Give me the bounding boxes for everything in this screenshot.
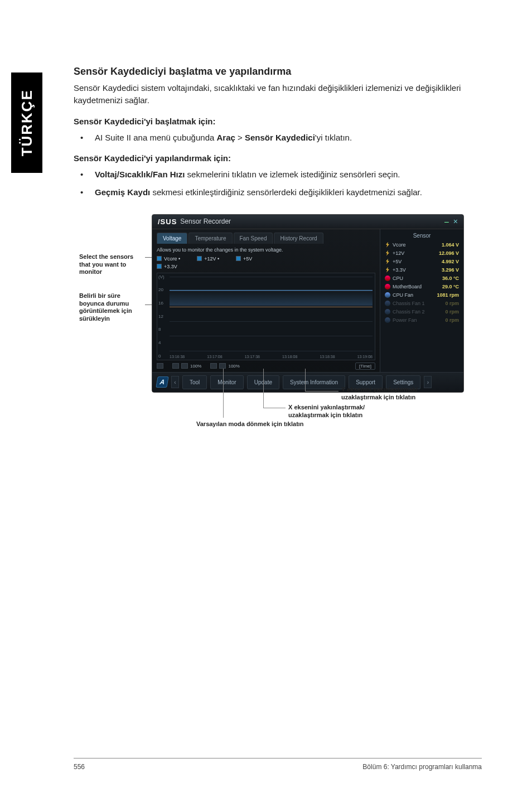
checkbox-label: +3.3V: [164, 264, 177, 269]
y-zoom-group: 100%: [210, 363, 239, 369]
callout-line: [263, 408, 286, 408]
sensor-row: MotherBoard29.0 °C: [385, 284, 459, 289]
zoom-bar: 100% 100% [Time]: [157, 363, 375, 370]
ylabel: 8: [158, 327, 168, 332]
time-axis-label: [Time]: [355, 363, 375, 370]
xlabel: 13:17:38: [245, 355, 260, 359]
fan-icon: [385, 309, 390, 315]
toolbar-sysinfo-button[interactable]: System Information: [283, 375, 345, 389]
sensor-recorder-window: /SUS Sensor Recorder – × Voltage Tempera…: [152, 214, 464, 393]
toolbar-prev-button[interactable]: ‹: [171, 376, 179, 388]
launch-bullets: AI Suite II ana menü çubuğunda Araç > Se…: [74, 132, 482, 144]
window-controls: – ×: [444, 217, 458, 226]
sensor-name: MotherBoard: [393, 284, 422, 289]
checkbox-icon: [157, 256, 162, 261]
window-title-left: /SUS Sensor Recorder: [158, 218, 231, 226]
text: AI Suite II ana menü çubuğunda: [95, 133, 217, 142]
chart-grid: [170, 277, 373, 351]
sensor-value: 0 rpm: [445, 301, 459, 306]
brand-logo: /SUS: [158, 218, 177, 226]
close-button[interactable]: ×: [453, 217, 458, 226]
chart-series-12v: [170, 290, 373, 306]
text: sekmelerini tıklatın ve izlemek istediği…: [185, 170, 400, 179]
chart-series-5v: [170, 307, 373, 307]
sensor-row: Chassis Fan 10 rpm: [385, 301, 459, 306]
sensor-value: 0 rpm: [445, 309, 459, 315]
sensor-value: 12.096 V: [439, 250, 459, 256]
config-heading: Sensör Kaydedici'yi yapılandırmak için:: [74, 153, 482, 163]
check-3v3[interactable]: +3.3V: [157, 264, 177, 269]
x-zoom-out-button[interactable]: [172, 363, 179, 369]
xlabel: 13:18:08: [282, 355, 297, 359]
sensor-row: +5V4.992 V: [385, 259, 459, 264]
toolbar-tool-button[interactable]: Tool: [182, 375, 207, 389]
callout-y-zoom: Y eksenini yakınlaştırmak/ uzaklaştırmak…: [341, 386, 458, 402]
temp-icon: [385, 284, 390, 289]
fan-icon: [385, 301, 390, 306]
xlabel: 13:17:08: [207, 355, 222, 359]
page-content: Sensör Kaydediciyi başlatma ve yapılandı…: [74, 66, 482, 460]
tab-bar: Voltage Temperature Fan Speed History Re…: [157, 233, 375, 244]
y-zoom-in-button[interactable]: [219, 363, 226, 369]
checkbox-icon: [236, 256, 241, 261]
sensor-name: Vcore: [393, 242, 406, 248]
sensor-check-row: Vcore • +12V • +5V: [157, 256, 375, 262]
sensor-row: Power Fan0 rpm: [385, 317, 459, 323]
menu-path-item: Sensör Kaydedici: [245, 133, 315, 142]
config-bullets: Voltaj/Sıcaklık/Fan Hızı sekmelerini tık…: [74, 168, 482, 199]
y-zoom-out-button[interactable]: [210, 363, 217, 369]
language-side-tab: TÜRKÇE: [11, 73, 42, 173]
language-side-tab-label: TÜRKÇE: [18, 89, 36, 156]
sensor-list-pane: Sensor Vcore1.064 V+12V12.096 V+5V4.992 …: [380, 229, 463, 372]
check-vcore[interactable]: Vcore •: [157, 256, 180, 262]
callout-select-sensors: Select the sensors that you want to moni…: [79, 253, 146, 276]
text-bold: Voltaj/Sıcaklık/Fan Hızı: [95, 170, 185, 179]
section-intro: Sensör Kaydedici sistem voltajındaki, sı…: [74, 82, 482, 107]
sensor-name: Power Fan: [393, 317, 417, 323]
text: sekmesi etkinleştirdiğiniz sensörlerdeki…: [150, 187, 422, 197]
callout-drag: Belirli bir süre boyunca durumu görüntül…: [79, 292, 146, 323]
tab-fan-speed[interactable]: Fan Speed: [234, 233, 273, 244]
tab-description: Allows you to monitor the changes in the…: [157, 247, 375, 253]
window-titlebar: /SUS Sensor Recorder – ×: [152, 215, 463, 229]
voltage-chart[interactable]: (V) 20 16 12 8 4 0: [157, 273, 375, 360]
window-title-text: Sensor Recorder: [180, 218, 231, 225]
callout-line: [223, 369, 224, 418]
sensor-value: 0 rpm: [445, 317, 459, 323]
temp-icon: [385, 276, 390, 281]
text: 'yi tıklatın.: [315, 133, 352, 142]
tab-temperature[interactable]: Temperature: [188, 233, 232, 244]
sensor-value: 36.0 °C: [442, 276, 459, 281]
sensor-check-row-2: +3.3V: [157, 264, 375, 269]
ylabel: 4: [158, 340, 168, 345]
sensor-name: +12V: [393, 250, 404, 256]
check-12v[interactable]: +12V •: [197, 256, 219, 262]
sensor-list-header: Sensor: [385, 233, 459, 239]
tab-voltage[interactable]: Voltage: [157, 233, 187, 244]
sensor-row: +12V12.096 V: [385, 250, 459, 256]
window-body: Voltage Temperature Fan Speed History Re…: [152, 229, 463, 372]
bolt-icon: [385, 250, 390, 256]
launch-heading: Sensör Kaydedici'yi başlatmak için:: [74, 117, 482, 126]
check-5v[interactable]: +5V: [236, 256, 252, 262]
toolbar-monitor-button[interactable]: Monitor: [210, 375, 243, 389]
screenshot-figure: Select the sensors that you want to moni…: [79, 214, 481, 460]
sensor-value: 3.296 V: [442, 267, 459, 273]
ai-suite-logo-icon[interactable]: A: [156, 376, 169, 388]
config-bullet-1: Voltaj/Sıcaklık/Fan Hızı sekmelerini tık…: [74, 168, 482, 181]
launch-bullet: AI Suite II ana menü çubuğunda Araç > Se…: [74, 132, 482, 144]
minimize-button[interactable]: –: [444, 217, 449, 226]
x-zoom-in-button[interactable]: [181, 363, 188, 369]
ylabel: 12: [158, 314, 168, 319]
callout-line: [305, 369, 306, 391]
callout-x-zoom: X eksenini yakınlaştırmak/ uzaklaştırmak…: [288, 404, 378, 419]
x-zoom-group: 100%: [172, 363, 201, 369]
checkbox-icon: [157, 264, 162, 269]
bolt-icon: [385, 259, 390, 264]
reset-zoom-button[interactable]: [157, 363, 163, 369]
sensor-name: CPU Fan: [393, 292, 413, 298]
text: >: [235, 133, 245, 142]
xlabel: 13:16:38: [170, 355, 185, 359]
page-number: 556: [74, 763, 85, 771]
tab-history-record[interactable]: History Record: [274, 233, 323, 244]
